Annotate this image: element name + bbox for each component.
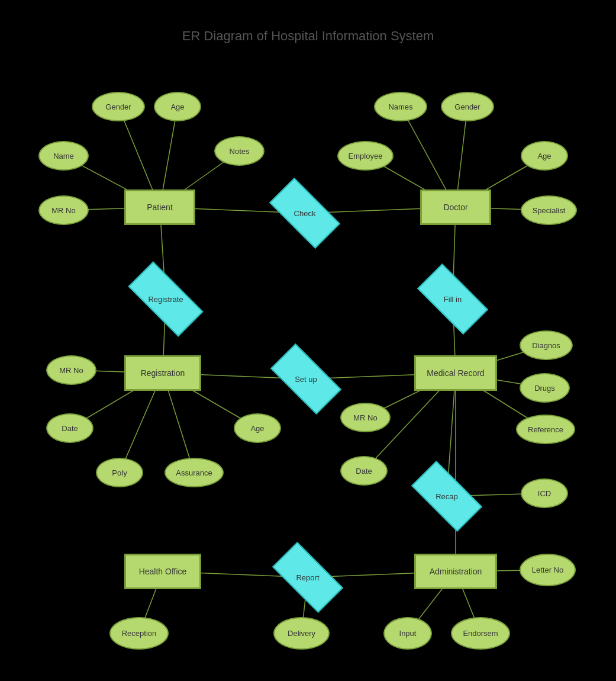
attribute-adm_letterno: Letter No xyxy=(520,554,576,586)
relationship-recap: Recap xyxy=(414,478,479,514)
relationship-registrate: Registrate xyxy=(130,281,201,317)
entity-patient: Patient xyxy=(124,189,195,225)
attribute-mr_date: Date xyxy=(340,456,388,486)
attribute-d_age: Age xyxy=(521,141,568,171)
relationship-report: Report xyxy=(275,560,340,595)
attribute-d_specialist: Specialist xyxy=(521,195,577,225)
entity-doctor: Doctor xyxy=(420,189,491,225)
attribute-mr_diagnos: Diagnos xyxy=(520,330,573,360)
attribute-ho_reception: Reception xyxy=(109,617,169,650)
attribute-adm_input: Input xyxy=(383,617,432,650)
attribute-r_assurance: Assurance xyxy=(165,458,224,487)
attribute-d_gender: Gender xyxy=(441,92,494,121)
attribute-mr_mrno: MR No xyxy=(340,403,391,432)
attribute-p_notes: Notes xyxy=(214,136,265,166)
attribute-d_names: Names xyxy=(374,92,427,121)
attribute-adm_endorsem: Endorsem xyxy=(451,617,510,650)
attribute-p_mrno: MR No xyxy=(38,195,89,225)
attribute-rep_delivery: Delivery xyxy=(273,617,330,650)
entity-medical_record: Medical Record xyxy=(414,355,497,391)
attribute-r_poly: Poly xyxy=(96,458,143,487)
attribute-r_age: Age xyxy=(234,413,281,443)
attribute-d_employee: Employee xyxy=(337,141,394,171)
attribute-p_name: Name xyxy=(38,141,89,171)
attribute-p_age: Age xyxy=(154,92,201,121)
relationship-set_up: Set up xyxy=(273,361,338,397)
diagram-canvas: ER Diagram of Hospital Information Syste… xyxy=(0,0,616,681)
attribute-mr_drugs: Drugs xyxy=(520,373,570,403)
entity-health_office: Health Office xyxy=(124,554,201,589)
attribute-r_mrno: MR No xyxy=(46,355,96,385)
entity-registration: Registration xyxy=(124,355,201,391)
diagram-title: ER Diagram of Hospital Information Syste… xyxy=(0,28,616,44)
attribute-r_date: Date xyxy=(46,413,93,443)
attribute-p_gender: Gender xyxy=(92,92,145,121)
attribute-mr_reference: Reference xyxy=(516,415,575,444)
relationship-fill_in: Fill in xyxy=(420,281,485,317)
entity-administration: Administration xyxy=(414,554,497,589)
attribute-recap_icd: ICD xyxy=(521,478,568,508)
relationship-check: Check xyxy=(272,195,337,231)
